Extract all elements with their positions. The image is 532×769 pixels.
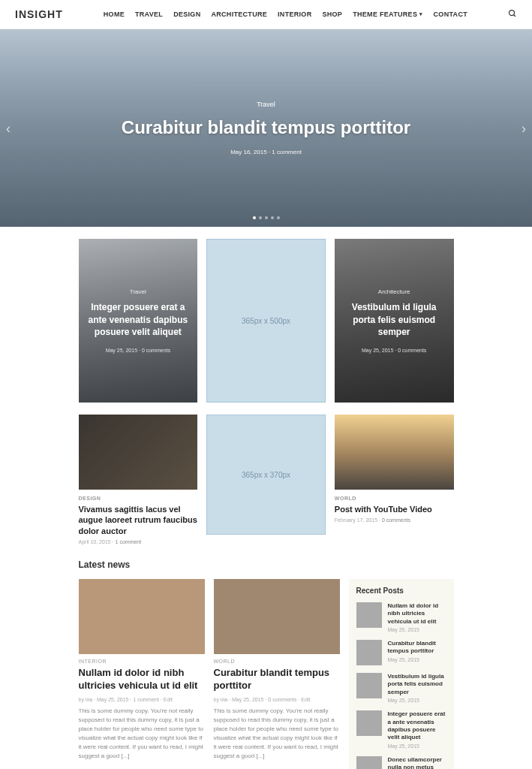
post-meta: by ina · May 25, 2015 · 1 comment · Edit xyxy=(79,697,205,702)
post-image[interactable] xyxy=(214,579,340,654)
sidebar-thumb xyxy=(356,710,382,736)
post-title[interactable]: Nullam id dolor id nibh ultricies vehicu… xyxy=(79,667,205,692)
slider-prev-arrow[interactable]: ‹ xyxy=(6,120,11,136)
hero-category[interactable]: Travel xyxy=(257,101,275,108)
svg-point-0 xyxy=(509,11,515,16)
hero-slider: ‹ › Travel Curabitur blandit tempus port… xyxy=(0,29,532,227)
nav-shop[interactable]: SHOP xyxy=(322,11,342,18)
post-excerpt: This is some dummy copy. You're not real… xyxy=(79,707,205,761)
nav-travel[interactable]: TRAVEL xyxy=(135,11,163,18)
nav-contact[interactable]: CONTACT xyxy=(434,11,467,18)
tile-category: Architecture xyxy=(378,288,410,295)
main-nav: HOME TRAVEL DESIGN ARCHITECTURE INTERIOR… xyxy=(104,11,467,18)
card-category[interactable]: DESIGN xyxy=(79,496,198,501)
post-title[interactable]: Curabitur blandit tempus porttitor xyxy=(214,667,340,692)
card-title[interactable]: Post with YouTube Video xyxy=(335,504,454,514)
card-meta: April 10, 2015 · 1 comment xyxy=(79,539,198,544)
post-meta: by ina · May 25, 2015 · 0 comments · Edi… xyxy=(214,697,340,702)
latest-news-heading: Latest news xyxy=(79,559,454,570)
post: WORLD Curabitur blandit tempus porttitor… xyxy=(214,579,340,769)
tile-meta: May 25, 2015 · 0 comments xyxy=(106,348,170,353)
card-image[interactable] xyxy=(79,415,198,490)
slider-dot[interactable] xyxy=(259,216,262,219)
sidebar-thumb xyxy=(356,640,382,665)
tile-title: Vestibulum id ligula porta felis euismod… xyxy=(344,301,445,339)
tile[interactable]: Travel Integer posuere erat a ante venen… xyxy=(79,239,198,403)
post-image[interactable] xyxy=(79,579,205,654)
nav-theme-features[interactable]: THEME FEATURES▾ xyxy=(353,11,422,18)
post-category[interactable]: WORLD xyxy=(214,659,340,664)
nav-design[interactable]: DESIGN xyxy=(173,11,200,18)
card-image[interactable] xyxy=(335,415,454,490)
card-category[interactable]: WORLD xyxy=(335,496,454,501)
sidebar-item[interactable]: Integer posuere erat a ante venenatis da… xyxy=(356,710,446,749)
sidebar-thumb xyxy=(356,756,382,769)
slider-dot[interactable] xyxy=(253,216,256,219)
card: WORLD Post with YouTube Video February 1… xyxy=(335,415,454,544)
svg-line-1 xyxy=(514,15,516,17)
slider-dot[interactable] xyxy=(271,216,274,219)
tile-title: Integer posuere erat a ante venenatis da… xyxy=(88,301,189,339)
post-excerpt: This is some dummy copy. You're not real… xyxy=(214,707,340,761)
main-container: Travel Integer posuere erat a ante venen… xyxy=(79,227,454,769)
nav-architecture[interactable]: ARCHITECTURE xyxy=(211,11,267,18)
sidebar-thumb xyxy=(356,602,382,628)
slider-dots xyxy=(253,216,280,219)
sidebar-item[interactable]: Curabitur blandit tempus porttitorMay 25… xyxy=(356,640,446,665)
logo[interactable]: INSIGHT xyxy=(15,8,63,20)
card: DESIGN Vivamus sagittis lacus vel augue … xyxy=(79,415,198,544)
search-icon[interactable] xyxy=(508,8,517,21)
header: INSIGHT HOME TRAVEL DESIGN ARCHITECTURE … xyxy=(0,0,532,29)
recent-posts-heading: Recent Posts xyxy=(356,587,446,595)
tile[interactable]: Architecture Vestibulum id ligula porta … xyxy=(335,239,454,403)
slider-dot[interactable] xyxy=(265,216,268,219)
tile-meta: May 25, 2015 · 0 comments xyxy=(362,348,426,353)
hero-meta: May 16, 2015 · 1 comment xyxy=(230,149,302,155)
slider-next-arrow[interactable]: › xyxy=(521,120,526,136)
card-placeholder[interactable]: 365px x 370px xyxy=(206,415,326,535)
tile-placeholder[interactable]: 365px x 500px xyxy=(206,239,326,403)
slider-dot[interactable] xyxy=(277,216,280,219)
nav-home[interactable]: HOME xyxy=(104,11,125,18)
card-meta: February 17, 2015 · 0 comments xyxy=(335,517,454,523)
tile-category: Travel xyxy=(130,288,146,295)
sidebar-item[interactable]: Vestibulum id ligula porta felis euismod… xyxy=(356,673,446,703)
card-title[interactable]: Vivamus sagittis lacus vel augue laoreet… xyxy=(79,504,198,536)
featured-tiles: Travel Integer posuere erat a ante venen… xyxy=(79,239,454,403)
post-category[interactable]: INTERIOR xyxy=(79,659,205,664)
latest-grid: INTERIOR Nullam id dolor id nibh ultrici… xyxy=(79,579,454,769)
chevron-down-icon: ▾ xyxy=(419,11,422,17)
post: INTERIOR Nullam id dolor id nibh ultrici… xyxy=(79,579,205,769)
secondary-cards: DESIGN Vivamus sagittis lacus vel augue … xyxy=(79,415,454,544)
sidebar: Recent Posts Nullam id dolor id nibh ult… xyxy=(349,579,454,769)
nav-interior[interactable]: INTERIOR xyxy=(278,11,311,18)
sidebar-item[interactable]: Donec ullamcorper nulla non metus auctor… xyxy=(356,756,446,769)
sidebar-item[interactable]: Nullam id dolor id nibh ultricies vehicu… xyxy=(356,602,446,632)
hero-title[interactable]: Curabitur blandit tempus porttitor xyxy=(122,117,410,138)
sidebar-thumb xyxy=(356,673,382,698)
